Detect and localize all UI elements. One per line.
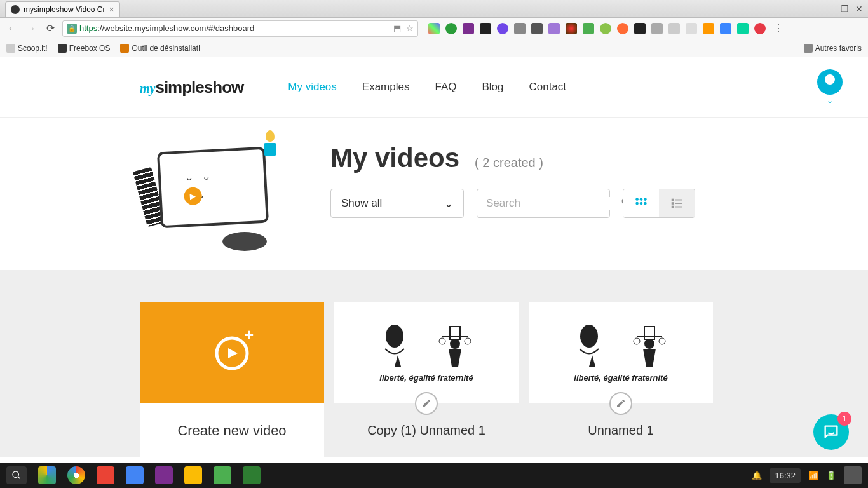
- taskbar-search-button[interactable]: [6, 466, 27, 484]
- ext-icon-9[interactable]: [566, 23, 577, 34]
- site-header: my simpleshow My videos Examples FAQ Blo…: [0, 57, 868, 118]
- taskbar-onenote-icon[interactable]: [155, 466, 173, 484]
- other-bookmarks-label: Autres favoris: [815, 44, 862, 53]
- video-caption: liberté, égalité fraternité: [574, 373, 667, 383]
- ext-icon-15[interactable]: [668, 23, 680, 34]
- nav-faq[interactable]: FAQ: [435, 81, 456, 93]
- ext-icon-17[interactable]: [703, 23, 714, 34]
- window-maximize-button[interactable]: ❐: [841, 4, 849, 14]
- ext-icon-6[interactable]: [514, 23, 526, 34]
- search-box[interactable]: [477, 189, 610, 218]
- ext-icon-1[interactable]: [428, 23, 440, 34]
- svg-point-5: [635, 202, 639, 205]
- video-card[interactable]: liberté, égalité fraternité Copy (1) Unn…: [334, 302, 519, 458]
- user-menu[interactable]: ⌄: [817, 69, 843, 105]
- ext-icon-18[interactable]: [720, 23, 731, 34]
- ext-icon-5[interactable]: [497, 23, 508, 34]
- search-input[interactable]: [486, 197, 621, 210]
- ext-icon-14[interactable]: [651, 23, 663, 34]
- ext-icon-12[interactable]: [617, 23, 628, 34]
- taskbar-drive-icon[interactable]: [38, 466, 56, 484]
- edit-video-button[interactable]: [609, 392, 632, 415]
- page-action-icon[interactable]: ⬒: [393, 24, 401, 33]
- taskbar-wifi-icon[interactable]: 📶: [808, 471, 818, 480]
- create-video-card[interactable]: + Create new video: [140, 302, 324, 458]
- folder-icon: [804, 44, 813, 53]
- create-video-label: Create new video: [177, 423, 286, 439]
- taskbar-user-avatar[interactable]: [844, 466, 862, 484]
- svg-point-22: [465, 338, 471, 344]
- tab-strip: mysimpleshow Video Cr ×: [5, 0, 120, 17]
- ext-icon-16[interactable]: [686, 23, 697, 34]
- ext-icon-8[interactable]: [548, 23, 560, 34]
- address-bar-icons: ⬒ ☆: [393, 24, 414, 33]
- ext-icon-2[interactable]: [445, 23, 457, 34]
- bookmark-star-icon[interactable]: ☆: [406, 24, 414, 33]
- nav-back-button[interactable]: ←: [5, 22, 19, 36]
- bookmarks-bar: Scoop.it! Freebox OS Outil de désinstall…: [0, 39, 868, 57]
- search-icon: [11, 470, 22, 480]
- taskbar-docs-icon[interactable]: [126, 466, 144, 484]
- bookmark-label: Freebox OS: [69, 44, 111, 53]
- address-bar[interactable]: 🔒 https://website.mysimpleshow.com/#/das…: [62, 20, 418, 37]
- hero-section: ᵕ ᵕ ⌣ ▶ My videos ( 2 created ) Show all…: [0, 118, 868, 270]
- nav-blog[interactable]: Blog: [482, 81, 503, 93]
- taskbar-clock[interactable]: 16:32: [770, 468, 801, 483]
- nav-my-videos[interactable]: My videos: [288, 81, 337, 93]
- browser-tab-active[interactable]: mysimpleshow Video Cr ×: [5, 1, 120, 17]
- nav-contact[interactable]: Contact: [529, 81, 566, 93]
- ext-icon-13[interactable]: [634, 23, 646, 34]
- video-count: ( 2 created ): [475, 156, 543, 170]
- taskbar-gmail-icon[interactable]: [97, 466, 114, 484]
- browser-menu-button[interactable]: ⋮: [773, 22, 783, 34]
- ext-icon-camera[interactable]: [531, 23, 543, 34]
- other-bookmarks-folder[interactable]: Autres favoris: [804, 44, 862, 53]
- taskbar-battery-icon[interactable]: 🔋: [826, 471, 836, 480]
- illustration-person-icon: [379, 323, 417, 368]
- edit-video-button[interactable]: [415, 392, 438, 415]
- svg-rect-18: [450, 327, 460, 339]
- svg-point-27: [634, 338, 640, 344]
- ext-icon-adblock[interactable]: [754, 23, 766, 34]
- taskbar-notifications-icon[interactable]: 🔔: [752, 471, 762, 480]
- svg-point-25: [644, 339, 654, 349]
- mascot-body: ᵕ ᵕ ⌣ ▶: [157, 147, 269, 229]
- nav-examples[interactable]: Examples: [362, 81, 410, 93]
- window-close-button[interactable]: ✕: [855, 4, 863, 14]
- filter-dropdown[interactable]: Show all ⌄: [330, 189, 464, 218]
- bookmark-scoopit[interactable]: Scoop.it!: [6, 44, 48, 53]
- hero-controls: My videos ( 2 created ) Show all ⌄: [330, 130, 868, 218]
- illustration-person-icon: [573, 323, 611, 368]
- bookmark-freebox[interactable]: Freebox OS: [58, 44, 111, 53]
- pencil-icon: [421, 398, 431, 409]
- video-card[interactable]: liberté, égalité fraternité Unnamed 1: [529, 302, 713, 458]
- taskbar-slides-icon[interactable]: [184, 466, 202, 484]
- nav-reload-button[interactable]: ⟳: [43, 22, 57, 36]
- nav-forward-button[interactable]: →: [24, 22, 38, 36]
- trophy-icon: [261, 130, 280, 162]
- tab-close-icon[interactable]: ×: [109, 4, 114, 15]
- url-protocol: https: [79, 24, 97, 33]
- ext-icon-onenote[interactable]: [463, 23, 474, 34]
- svg-line-30: [18, 477, 20, 478]
- window-minimize-button[interactable]: —: [825, 4, 834, 14]
- ext-icon-19[interactable]: [737, 23, 749, 34]
- ext-icon-11[interactable]: [600, 23, 611, 34]
- tab-title: mysimpleshow Video Cr: [24, 5, 105, 14]
- svg-point-23: [580, 325, 598, 348]
- taskbar-chrome-icon[interactable]: [67, 466, 85, 484]
- page-content: my simpleshow My videos Examples FAQ Blo…: [0, 57, 868, 463]
- ext-icon-4[interactable]: [480, 23, 491, 34]
- taskbar-app-icon[interactable]: [214, 466, 231, 484]
- list-view-button[interactable]: [659, 189, 695, 217]
- bookmark-outil[interactable]: Outil de désinstallati: [120, 44, 200, 53]
- window-titlebar: mysimpleshow Video Cr × — ❐ ✕: [0, 0, 868, 18]
- grid-view-button[interactable]: [623, 189, 659, 217]
- site-logo[interactable]: my simpleshow: [140, 78, 243, 97]
- taskbar-feedly-icon[interactable]: [243, 466, 261, 484]
- chat-button[interactable]: 1: [813, 414, 849, 450]
- ext-icon-10[interactable]: [583, 23, 594, 34]
- svg-rect-11: [675, 203, 682, 204]
- svg-point-6: [640, 202, 643, 205]
- svg-rect-24: [644, 327, 654, 339]
